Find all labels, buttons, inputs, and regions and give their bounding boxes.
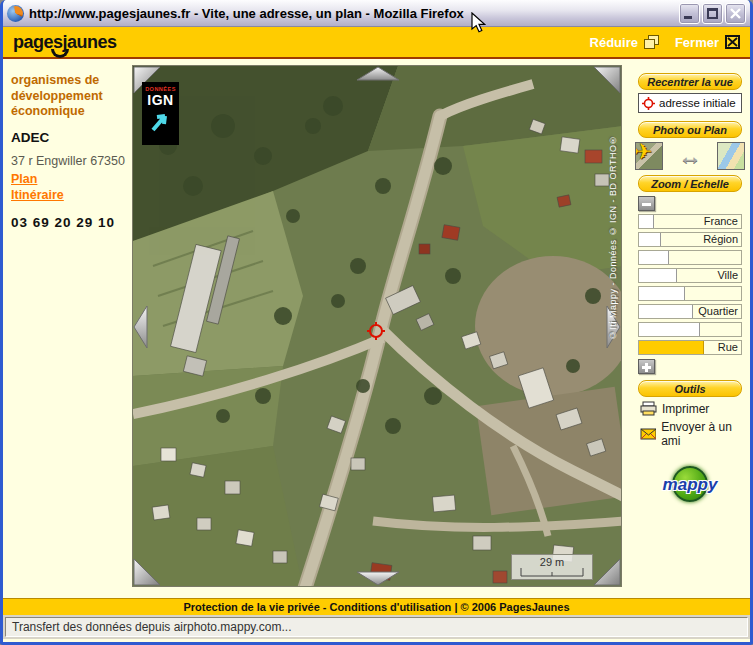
reduce-icon[interactable] <box>644 35 659 49</box>
status-text: Transfert des données depuis airphoto.ma… <box>12 620 292 634</box>
conditions-link[interactable]: Conditions d'utilisation <box>330 601 452 613</box>
close-x-icon <box>726 4 745 23</box>
privacy-link[interactable]: Protection de la vie privée <box>183 601 319 613</box>
zoom-scale-list: France Région Ville Quartier <box>638 214 742 355</box>
minimize-icon <box>684 16 692 19</box>
plan-mode-icon[interactable] <box>717 142 745 170</box>
result-sidebar: organismes de développement économique A… <box>3 59 131 230</box>
status-bar: Transfert des données depuis airphoto.ma… <box>3 615 750 639</box>
map-control-panel: Recentrer la vue adresse initiale Photo … <box>630 65 750 506</box>
zoom-level-row[interactable] <box>638 250 742 265</box>
fermer-link[interactable]: Fermer <box>675 35 719 50</box>
maximize-icon <box>707 8 718 19</box>
footer-copyright: © 2006 PagesJaunes <box>461 601 570 613</box>
firefox-icon <box>7 5 24 22</box>
mappy-logo: mappy <box>638 464 742 506</box>
zoom-level-label: Rue <box>718 341 738 354</box>
photo-plan-button[interactable]: Photo ou Plan <box>638 121 742 138</box>
pan-up-arrow[interactable] <box>356 66 400 81</box>
browser-window: http://www.pagesjaunes.fr - Vite, une ad… <box>0 0 753 645</box>
imprimer-label: Imprimer <box>662 402 709 416</box>
recenter-button[interactable]: Recentrer la vue <box>638 73 742 90</box>
pan-downleft-arrow[interactable] <box>133 558 161 586</box>
pan-down-arrow[interactable] <box>356 571 400 586</box>
envoyer-label: Envoyer à un ami <box>661 420 750 448</box>
reduce-link[interactable]: Réduire <box>590 35 638 50</box>
zoom-level-quartier[interactable]: Quartier <box>638 304 742 319</box>
itineraire-link[interactable]: Itinéraire <box>11 188 125 202</box>
initial-address-button[interactable]: adresse initiale <box>638 93 742 113</box>
zoom-out-button[interactable] <box>638 196 655 211</box>
business-name: ADEC <box>11 130 125 145</box>
zoom-level-label: Quartier <box>698 305 738 318</box>
map-viewport[interactable]: DONNÉES IGN ©Iti Mappy - Données © IGN -… <box>132 65 622 587</box>
zoom-level-label: Ville <box>717 269 738 282</box>
envelope-icon <box>640 428 656 440</box>
zoom-level-row[interactable] <box>638 286 742 301</box>
footer-divider: | <box>451 601 460 613</box>
outils-button[interactable]: Outils <box>638 380 742 397</box>
zoom-level-rue[interactable]: Rue <box>638 340 742 355</box>
zoom-level-france[interactable]: France <box>638 214 742 229</box>
category-heading: organismes de développement économique <box>11 73 125 120</box>
target-crosshair-marker <box>367 322 385 340</box>
airplane-icon: ✈ <box>635 142 652 165</box>
map-copyright: ©Iti Mappy - Données © IGN - BD ORTHO® <box>608 90 618 340</box>
mouse-cursor <box>471 12 486 34</box>
scale-bracket-icon <box>520 568 584 577</box>
window-title: http://www.pagesjaunes.fr - Vite, une ad… <box>29 6 679 21</box>
scale-bar: 29 m <box>511 554 593 580</box>
pagesjaunes-logo: pagesjaunes <box>13 32 117 53</box>
title-bar[interactable]: http://www.pagesjaunes.fr - Vite, une ad… <box>3 0 750 27</box>
zoom-level-ville[interactable]: Ville <box>638 268 742 283</box>
footer-separator: - <box>320 601 330 613</box>
zoom-echelle-button[interactable]: Zoom / Echelle <box>638 175 742 192</box>
maximize-button[interactable] <box>702 3 723 24</box>
status-field: Transfert des données depuis airphoto.ma… <box>5 617 748 637</box>
swap-arrow-icon: ↔ <box>678 142 702 170</box>
photo-mode-icon[interactable]: ✈ <box>635 142 663 170</box>
minimize-button[interactable] <box>679 3 700 24</box>
plan-link[interactable]: Plan <box>11 172 125 186</box>
pan-left-arrow[interactable] <box>133 305 148 349</box>
phone-number: 03 69 20 29 10 <box>11 215 125 230</box>
envoyer-link[interactable]: Envoyer à un ami <box>640 420 750 448</box>
zoom-level-region[interactable]: Région <box>638 232 742 247</box>
mappy-logo-text: mappy <box>646 475 734 495</box>
page-header: pagesjaunes Réduire Fermer <box>3 27 750 59</box>
business-address: 37 r Engwiller 67350 <box>11 154 125 168</box>
pan-downright-arrow[interactable] <box>593 558 621 586</box>
fermer-x-icon[interactable] <box>725 35 740 49</box>
initial-address-label: adresse initiale <box>659 97 736 109</box>
zoom-level-label: Région <box>703 233 738 246</box>
zoom-level-row[interactable] <box>638 322 742 337</box>
zoom-in-button[interactable] <box>638 359 655 374</box>
crosshair-icon <box>642 97 655 110</box>
ign-arrow-icon <box>149 108 173 134</box>
scale-label: 29 m <box>512 556 592 568</box>
printer-icon <box>640 401 657 416</box>
smile-icon <box>51 49 69 58</box>
imprimer-link[interactable]: Imprimer <box>640 401 750 416</box>
legal-footer: Protection de la vie privée - Conditions… <box>3 598 750 615</box>
zoom-level-label: France <box>704 215 738 228</box>
ign-text: IGN <box>145 92 176 108</box>
ign-logo: DONNÉES IGN <box>142 82 179 145</box>
close-button[interactable] <box>725 3 746 24</box>
